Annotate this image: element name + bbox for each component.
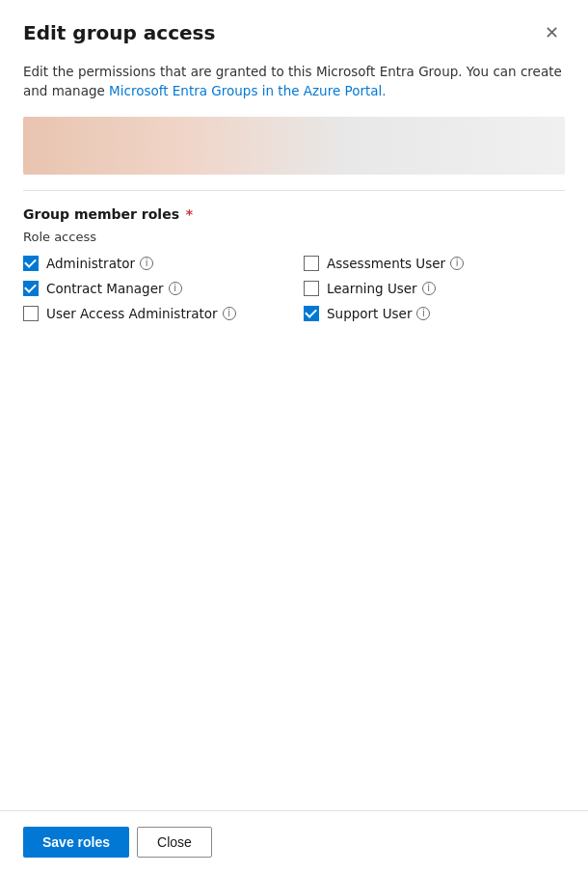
- save-roles-button[interactable]: Save roles: [23, 827, 129, 858]
- checkbox-user-access-administrator[interactable]: [23, 306, 39, 321]
- close-icon: ✕: [545, 22, 559, 43]
- role-label-assessments-user: Assessments User i: [327, 256, 464, 271]
- section-divider: [23, 190, 565, 191]
- close-button[interactable]: Close: [137, 827, 212, 858]
- role-label-support-user: Support User i: [327, 306, 430, 321]
- azure-portal-link[interactable]: Microsoft Entra Groups in the Azure Port…: [109, 83, 387, 98]
- checkbox-contract-manager[interactable]: [23, 281, 39, 296]
- role-item-user-access-administrator: User Access Administrator i: [23, 306, 284, 321]
- checkbox-administrator[interactable]: [23, 256, 39, 271]
- info-icon-support-user[interactable]: i: [416, 307, 430, 320]
- info-icon-contract-manager[interactable]: i: [169, 282, 182, 295]
- checkbox-support-user[interactable]: [304, 306, 319, 321]
- role-label-user-access-administrator: User Access Administrator i: [46, 306, 236, 321]
- role-label-administrator: Administrator i: [46, 256, 153, 271]
- description-text: Edit the permissions that are granted to…: [23, 62, 565, 101]
- role-label-learning-user: Learning User i: [327, 281, 436, 296]
- dialog-header: Edit group access ✕: [0, 0, 588, 62]
- edit-group-access-dialog: Edit group access ✕ Edit the permissions…: [0, 0, 588, 873]
- dialog-title: Edit group access: [23, 21, 215, 44]
- role-item-administrator: Administrator i: [23, 256, 284, 271]
- required-asterisk: *: [181, 206, 193, 222]
- info-icon-administrator[interactable]: i: [140, 257, 153, 270]
- dialog-footer: Save roles Close: [0, 810, 588, 873]
- info-icon-learning-user[interactable]: i: [422, 282, 436, 295]
- role-item-learning-user: Learning User i: [304, 281, 565, 296]
- role-item-support-user: Support User i: [304, 306, 565, 321]
- group-image-placeholder: [23, 117, 565, 175]
- role-item-contract-manager: Contract Manager i: [23, 281, 284, 296]
- roles-grid: Administrator i Assessments User i: [23, 256, 565, 321]
- info-icon-assessments-user[interactable]: i: [450, 257, 464, 270]
- close-icon-button[interactable]: ✕: [538, 19, 565, 46]
- role-label-contract-manager: Contract Manager i: [46, 281, 182, 296]
- checkbox-assessments-user[interactable]: [304, 256, 319, 271]
- role-access-label: Role access: [23, 230, 565, 244]
- group-member-roles-section-title: Group member roles *: [23, 206, 565, 222]
- dialog-body: Edit the permissions that are granted to…: [0, 62, 588, 810]
- info-icon-user-access-administrator[interactable]: i: [223, 307, 236, 320]
- checkbox-learning-user[interactable]: [304, 281, 319, 296]
- role-item-assessments-user: Assessments User i: [304, 256, 565, 271]
